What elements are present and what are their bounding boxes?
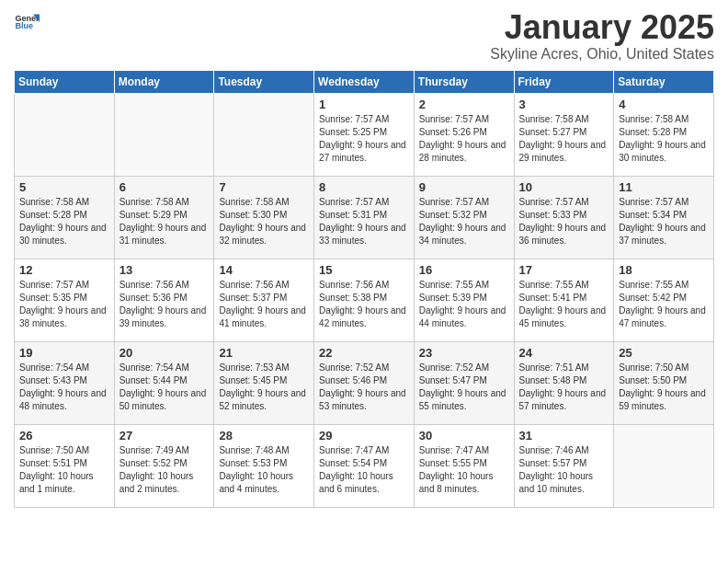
cell-info: Sunrise: 7:58 AM Sunset: 5:29 PM Dayligh… (119, 196, 210, 247)
day-number: 2 (419, 98, 509, 111)
cell-info: Sunrise: 7:54 AM Sunset: 5:43 PM Dayligh… (19, 362, 109, 413)
calendar-cell (614, 424, 714, 507)
month-title: January 2025 (490, 9, 714, 46)
calendar-cell: 2Sunrise: 7:57 AM Sunset: 5:26 PM Daylig… (414, 93, 514, 176)
cell-info: Sunrise: 7:57 AM Sunset: 5:25 PM Dayligh… (319, 113, 409, 165)
cell-info: Sunrise: 7:51 AM Sunset: 5:48 PM Dayligh… (519, 362, 609, 413)
calendar-cell (15, 93, 115, 176)
cell-info: Sunrise: 7:55 AM Sunset: 5:39 PM Dayligh… (419, 279, 509, 330)
weekday-header-sunday: Sunday (15, 70, 115, 93)
cell-info: Sunrise: 7:56 AM Sunset: 5:38 PM Dayligh… (319, 279, 409, 330)
cell-info: Sunrise: 7:50 AM Sunset: 5:50 PM Dayligh… (619, 362, 709, 413)
cell-info: Sunrise: 7:53 AM Sunset: 5:45 PM Dayligh… (219, 362, 309, 413)
calendar-cell: 21Sunrise: 7:53 AM Sunset: 5:45 PM Dayli… (214, 341, 314, 424)
day-number: 17 (519, 263, 609, 277)
day-number: 30 (419, 429, 509, 442)
calendar-cell: 23Sunrise: 7:52 AM Sunset: 5:47 PM Dayli… (414, 341, 514, 424)
calendar-cell: 15Sunrise: 7:56 AM Sunset: 5:38 PM Dayli… (314, 259, 415, 341)
calendar-cell: 17Sunrise: 7:55 AM Sunset: 5:41 PM Dayli… (514, 259, 614, 341)
day-number: 8 (319, 180, 409, 194)
cell-info: Sunrise: 7:57 AM Sunset: 5:33 PM Dayligh… (519, 196, 609, 247)
day-number: 1 (319, 98, 409, 111)
calendar-cell: 10Sunrise: 7:57 AM Sunset: 5:33 PM Dayli… (514, 176, 614, 259)
calendar-cell: 3Sunrise: 7:58 AM Sunset: 5:27 PM Daylig… (514, 93, 614, 176)
calendar-cell: 24Sunrise: 7:51 AM Sunset: 5:48 PM Dayli… (514, 341, 614, 424)
weekday-header-thursday: Thursday (414, 70, 514, 93)
weekday-header-friday: Friday (514, 70, 614, 93)
cell-info: Sunrise: 7:55 AM Sunset: 5:41 PM Dayligh… (519, 279, 609, 330)
calendar-cell: 9Sunrise: 7:57 AM Sunset: 5:32 PM Daylig… (414, 176, 514, 259)
header: General Blue January 2025 Skyline Acres,… (14, 9, 714, 63)
cell-info: Sunrise: 7:58 AM Sunset: 5:28 PM Dayligh… (19, 196, 109, 247)
calendar-table: SundayMondayTuesdayWednesdayThursdayFrid… (14, 70, 714, 508)
cell-info: Sunrise: 7:50 AM Sunset: 5:51 PM Dayligh… (19, 444, 109, 496)
location-title: Skyline Acres, Ohio, United States (490, 46, 714, 63)
day-number: 18 (619, 263, 709, 277)
cell-info: Sunrise: 7:54 AM Sunset: 5:44 PM Dayligh… (119, 362, 210, 413)
day-number: 22 (319, 346, 409, 360)
calendar-cell: 20Sunrise: 7:54 AM Sunset: 5:44 PM Dayli… (114, 341, 214, 424)
calendar-cell: 4Sunrise: 7:58 AM Sunset: 5:28 PM Daylig… (614, 93, 714, 176)
day-number: 7 (219, 180, 309, 194)
day-number: 26 (19, 429, 109, 442)
week-row-5: 26Sunrise: 7:50 AM Sunset: 5:51 PM Dayli… (15, 424, 714, 507)
cell-info: Sunrise: 7:47 AM Sunset: 5:54 PM Dayligh… (319, 444, 409, 496)
cell-info: Sunrise: 7:56 AM Sunset: 5:36 PM Dayligh… (119, 279, 210, 330)
day-number: 23 (419, 346, 509, 360)
calendar-cell: 6Sunrise: 7:58 AM Sunset: 5:29 PM Daylig… (114, 176, 214, 259)
calendar-cell (214, 93, 314, 176)
day-number: 20 (119, 346, 210, 360)
week-row-3: 12Sunrise: 7:57 AM Sunset: 5:35 PM Dayli… (15, 259, 714, 341)
weekday-header-wednesday: Wednesday (314, 70, 415, 93)
day-number: 14 (219, 263, 309, 277)
day-number: 24 (519, 346, 609, 360)
cell-info: Sunrise: 7:57 AM Sunset: 5:34 PM Dayligh… (619, 196, 709, 247)
cell-info: Sunrise: 7:57 AM Sunset: 5:35 PM Dayligh… (19, 279, 109, 330)
day-number: 31 (519, 429, 609, 442)
calendar-cell: 13Sunrise: 7:56 AM Sunset: 5:36 PM Dayli… (114, 259, 214, 341)
calendar-cell: 12Sunrise: 7:57 AM Sunset: 5:35 PM Dayli… (15, 259, 115, 341)
day-number: 3 (519, 98, 609, 111)
calendar-cell: 29Sunrise: 7:47 AM Sunset: 5:54 PM Dayli… (314, 424, 415, 507)
calendar-cell: 1Sunrise: 7:57 AM Sunset: 5:25 PM Daylig… (314, 93, 415, 176)
calendar-cell: 18Sunrise: 7:55 AM Sunset: 5:42 PM Dayli… (614, 259, 714, 341)
day-number: 11 (619, 180, 709, 194)
calendar-cell (114, 93, 214, 176)
calendar-cell: 11Sunrise: 7:57 AM Sunset: 5:34 PM Dayli… (614, 176, 714, 259)
day-number: 12 (19, 263, 109, 277)
calendar-cell: 19Sunrise: 7:54 AM Sunset: 5:43 PM Dayli… (15, 341, 115, 424)
logo: General Blue (14, 9, 40, 35)
day-number: 13 (119, 263, 210, 277)
cell-info: Sunrise: 7:57 AM Sunset: 5:32 PM Dayligh… (419, 196, 509, 247)
week-row-1: 1Sunrise: 7:57 AM Sunset: 5:25 PM Daylig… (15, 93, 714, 176)
calendar-cell: 16Sunrise: 7:55 AM Sunset: 5:39 PM Dayli… (414, 259, 514, 341)
weekday-header-saturday: Saturday (614, 70, 714, 93)
day-number: 9 (419, 180, 509, 194)
calendar-cell: 27Sunrise: 7:49 AM Sunset: 5:52 PM Dayli… (114, 424, 214, 507)
day-number: 16 (419, 263, 509, 277)
day-number: 4 (619, 98, 709, 111)
day-number: 21 (219, 346, 309, 360)
day-number: 27 (119, 429, 210, 442)
cell-info: Sunrise: 7:57 AM Sunset: 5:26 PM Dayligh… (419, 113, 509, 165)
cell-info: Sunrise: 7:52 AM Sunset: 5:46 PM Dayligh… (319, 362, 409, 413)
week-row-4: 19Sunrise: 7:54 AM Sunset: 5:43 PM Dayli… (15, 341, 714, 424)
day-number: 5 (19, 180, 109, 194)
day-number: 6 (119, 180, 210, 194)
cell-info: Sunrise: 7:49 AM Sunset: 5:52 PM Dayligh… (119, 444, 210, 496)
cell-info: Sunrise: 7:58 AM Sunset: 5:27 PM Dayligh… (519, 113, 609, 165)
calendar-cell: 5Sunrise: 7:58 AM Sunset: 5:28 PM Daylig… (15, 176, 115, 259)
cell-info: Sunrise: 7:58 AM Sunset: 5:28 PM Dayligh… (619, 113, 709, 165)
calendar-cell: 22Sunrise: 7:52 AM Sunset: 5:46 PM Dayli… (314, 341, 415, 424)
calendar-cell: 14Sunrise: 7:56 AM Sunset: 5:37 PM Dayli… (214, 259, 314, 341)
title-area: January 2025 Skyline Acres, Ohio, United… (490, 9, 714, 63)
day-number: 15 (319, 263, 409, 277)
svg-text:Blue: Blue (15, 21, 33, 30)
cell-info: Sunrise: 7:58 AM Sunset: 5:30 PM Dayligh… (219, 196, 309, 247)
calendar-cell: 28Sunrise: 7:48 AM Sunset: 5:53 PM Dayli… (214, 424, 314, 507)
day-number: 19 (19, 346, 109, 360)
calendar-cell: 7Sunrise: 7:58 AM Sunset: 5:30 PM Daylig… (214, 176, 314, 259)
weekday-header-monday: Monday (114, 70, 214, 93)
calendar-cell: 30Sunrise: 7:47 AM Sunset: 5:55 PM Dayli… (414, 424, 514, 507)
day-number: 29 (319, 429, 409, 442)
